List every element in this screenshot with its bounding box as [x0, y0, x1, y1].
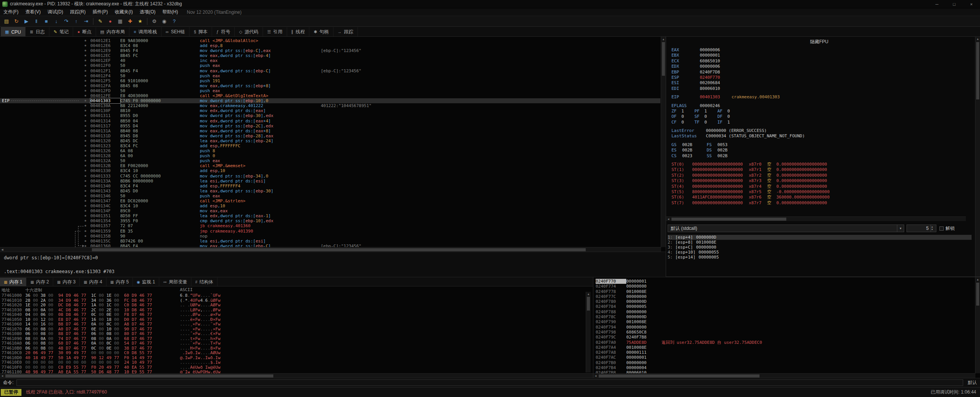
scroll-up-icon[interactable]: ▲: [975, 277, 980, 282]
stack-row[interactable]: 0240F78800000000: [596, 309, 975, 314]
pause-icon[interactable]: ‖: [32, 17, 41, 26]
register-line[interactable]: ST(0)00000000000000000000x87r0空0.0000000…: [671, 162, 971, 167]
disasm-row[interactable]: EIP●00401303C745 F0 00000000mov dword pt…: [0, 98, 660, 103]
stack-row[interactable]: 0240F78400000005: [596, 304, 975, 309]
disasm-row[interactable]: ●004012EF40inc eax: [0, 58, 660, 63]
breakpoint-dot[interactable]: ●: [80, 158, 90, 163]
scroll-thumb[interactable]: [92, 248, 586, 251]
favourites-icon[interactable]: ★: [136, 17, 145, 26]
breakpoint-dot[interactable]: ●: [80, 218, 90, 223]
tab-日志[interactable]: ≣日志: [26, 27, 49, 36]
tab-跟踪[interactable]: →跟踪: [333, 27, 358, 36]
disasm-row[interactable]: ●004013208D45 DClea eax,dword ptr ss:[eb…: [0, 138, 660, 143]
disasm-row[interactable]: ●00401347E8 DC020000call <JMP.&strlen>: [0, 198, 660, 203]
dump-row[interactable]: 7746106014001600B8D746770A000C00A8D74677…: [2, 322, 220, 327]
breakpoint-dot[interactable]: ●: [80, 113, 90, 118]
menu-item-跟[interactable]: 跟踪(R): [67, 8, 89, 16]
disasm-row[interactable]: ●004012FEE8 4D030000call <JMP.&GetDlgIte…: [0, 93, 660, 98]
run-icon[interactable]: ▶: [22, 17, 31, 26]
stack-row[interactable]: 0240F7900010008E: [596, 319, 975, 324]
register-line[interactable]: ST(3)00000000000000000000x87r3空0.0000000…: [671, 178, 971, 184]
breakpoint-dot[interactable]: ●: [80, 194, 90, 198]
dump-row[interactable]: 774610003600380094D946771C001E0060D94677…: [2, 293, 220, 298]
stack-row[interactable]: 0240F7A075ADDE8D返回到 user32.75ADDE8D 自 us…: [596, 340, 975, 345]
menu-item-文[interactable]: 文件(F): [0, 8, 22, 16]
registers-vertical-scrollbar[interactable]: ▲: [975, 37, 980, 277]
register-line[interactable]: EFLAGS00000246: [671, 103, 971, 109]
breakpoint-dot[interactable]: ●: [80, 184, 90, 189]
stack-row[interactable]: 0240F7B400000004: [596, 365, 975, 370]
breakpoint-dot[interactable]: ●: [80, 43, 90, 48]
tab-内存 1[interactable]: ▦内存 1: [0, 278, 26, 286]
disasm-row[interactable]: ●0040131A8B40 08mov eax,dword ptr ds:[ea…: [0, 129, 660, 133]
breakpoint-dot[interactable]: ●: [80, 63, 90, 68]
register-line[interactable]: ZF1PF1AF0: [671, 109, 971, 114]
breakpoint-dot[interactable]: ●: [80, 148, 90, 153]
disasm-row[interactable]: ●0040135B90nop: [0, 234, 660, 239]
register-line[interactable]: ECX60865010: [671, 59, 971, 64]
disasm-row[interactable]: ●0040132A50push eax: [0, 158, 660, 163]
scroll-up-icon[interactable]: ▲: [661, 37, 666, 41]
breakpoints-icon[interactable]: ●: [106, 17, 115, 26]
disasm-row[interactable]: ●0040130AB8 22124000mov eax,crakmeeasy.4…: [0, 103, 660, 108]
minimize-icon[interactable]: ─: [928, 0, 946, 8]
disasm-row[interactable]: ●0040133083C4 10add esp,10: [0, 168, 660, 173]
breakpoint-dot[interactable]: ●: [80, 189, 90, 194]
menu-item-调[interactable]: 调试(D): [44, 8, 67, 16]
breakpoint-dot[interactable]: ●: [80, 98, 90, 103]
tab-符号[interactable]: ƒ符号: [212, 27, 235, 36]
breakpoint-dot[interactable]: ●: [80, 143, 90, 148]
settings-icon[interactable]: ⚙: [150, 17, 159, 26]
register-line[interactable]: LastError00000000 (ERROR_SUCCESS): [671, 128, 971, 133]
scroll-left-icon[interactable]: ◀: [666, 217, 671, 221]
register-line[interactable]: GS002BFS0053: [671, 142, 971, 148]
stack-row[interactable]: 0240F7A800000111: [596, 350, 975, 355]
breakpoint-dot[interactable]: ●: [80, 163, 90, 168]
registers-horizontal-scrollbar[interactable]: ◀: [666, 216, 966, 221]
stack-row[interactable]: 0240F77C00000000: [596, 294, 975, 299]
disasm-row[interactable]: ●004012FD50push eax: [0, 88, 660, 93]
stack-horizontal-scrollbar[interactable]: ◀: [593, 373, 975, 378]
disasm-row[interactable]: ●004012FA8B45 08mov eax,dword ptr ss:[eb…: [0, 83, 660, 88]
disasm-row[interactable]: ●0040134C83C4 10add esp,10: [0, 203, 660, 208]
scroll-thumb[interactable]: [587, 297, 590, 311]
tab-脚本[interactable]: §脚本: [189, 27, 212, 36]
step-over-icon[interactable]: ↷: [62, 17, 71, 26]
dump-row[interactable]: 774610400400060008D846770C000E00F8D74677…: [2, 312, 220, 317]
breakpoint-dot[interactable]: ●: [80, 73, 90, 78]
disasm-row[interactable]: ●004012F050push eax: [0, 63, 660, 68]
dump-horizontal-scrollbar[interactable]: ◀: [0, 373, 593, 378]
disasm-row[interactable]: ●004012F18B45 F4mov eax,dword ptr ss:[eb…: [0, 68, 660, 73]
register-line[interactable]: ES002BDS002B: [671, 148, 971, 153]
stack-row[interactable]: 0240F77000000001: [596, 279, 975, 284]
memory-dump-pane[interactable]: 地址 十六进制 ASCII 774610003600380094D946771C…: [0, 286, 593, 378]
checkbox-icon[interactable]: [939, 226, 944, 231]
breakpoint-dot[interactable]: ●: [80, 88, 90, 93]
stack-row[interactable]: 0240F77400000000: [596, 284, 975, 289]
disasm-row[interactable]: ●004013118955 D0mov dword ptr ss:[ebp-30…: [0, 113, 660, 118]
breakpoint-dot[interactable]: ●: [80, 53, 90, 58]
disasm-row[interactable]: ●00401333C745 CC 00000000mov dword ptr s…: [0, 174, 660, 179]
scroll-thumb[interactable]: [671, 218, 786, 221]
dump-row[interactable]: 774610800600080088D746770600080080D74677…: [2, 332, 220, 337]
disasm-row[interactable]: ●004012F568 91010000push 191: [0, 78, 660, 83]
register-line[interactable]: CF0TF0IF1: [671, 120, 971, 125]
register-line[interactable]: ESI00200684: [671, 80, 971, 86]
breakpoint-dot[interactable]: ●: [80, 138, 90, 143]
disasm-row[interactable]: ●0040131D8945 D8mov dword ptr ss:[ebp-28…: [0, 133, 660, 138]
chevron-down-icon[interactable]: ▾: [897, 225, 904, 232]
stack-row[interactable]: 0240F798608650C8: [596, 330, 975, 335]
disasm-row[interactable]: ●0040132BE8 F0020000call <JMP.&memset>: [0, 163, 660, 168]
scroll-thumb[interactable]: [976, 42, 979, 99]
disassembly-pane[interactable]: ●004012E1E8 9A030000call <JMP.&GlobalAll…: [0, 37, 666, 252]
breakpoint-dot[interactable]: ●: [80, 83, 90, 88]
stack-row[interactable]: 0240F79C0240F7B8: [596, 335, 975, 340]
menu-item-查[interactable]: 查看(V): [22, 8, 44, 16]
dump-row[interactable]: 774610201E002000DCD846771A001C00C0D84677…: [2, 303, 220, 308]
breakpoint-dot[interactable]: ●: [80, 68, 90, 73]
tab-结构体[interactable]: #结构体: [191, 278, 217, 286]
open-file-icon[interactable]: ▤: [2, 17, 11, 26]
stop-icon[interactable]: ■: [42, 17, 51, 26]
register-line[interactable]: EDI80006010: [671, 86, 971, 91]
dump-row[interactable]: 774610C0200649773009497700000000C0D85577…: [2, 351, 220, 356]
